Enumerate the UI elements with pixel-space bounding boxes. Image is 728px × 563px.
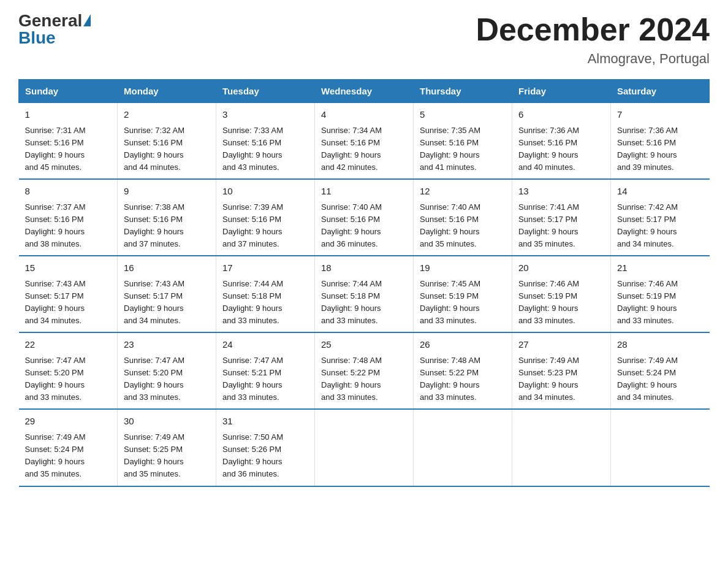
day-info: Sunrise: 7:44 AM Sunset: 5:18 PM Dayligh… [321, 278, 407, 327]
page-header: General Blue December 2024 Almograve, Po… [18, 12, 710, 67]
calendar-cell: 1Sunrise: 7:31 AM Sunset: 5:16 PM Daylig… [19, 103, 118, 180]
calendar-cell: 9Sunrise: 7:38 AM Sunset: 5:16 PM Daylig… [118, 179, 216, 256]
column-header-sunday: Sunday [19, 80, 118, 103]
day-number: 16 [124, 261, 210, 275]
calendar-cell: 28Sunrise: 7:49 AM Sunset: 5:24 PM Dayli… [611, 332, 710, 409]
column-header-tuesday: Tuesday [216, 80, 315, 103]
calendar-cell: 5Sunrise: 7:35 AM Sunset: 5:16 PM Daylig… [414, 103, 512, 180]
calendar-cell: 30Sunrise: 7:49 AM Sunset: 5:25 PM Dayli… [118, 409, 216, 486]
day-info: Sunrise: 7:48 AM Sunset: 5:22 PM Dayligh… [321, 354, 407, 404]
day-info: Sunrise: 7:35 AM Sunset: 5:16 PM Dayligh… [420, 124, 506, 174]
calendar-cell: 4Sunrise: 7:34 AM Sunset: 5:16 PM Daylig… [315, 103, 414, 180]
day-info: Sunrise: 7:36 AM Sunset: 5:16 PM Dayligh… [617, 124, 703, 174]
day-number: 8 [25, 185, 112, 199]
day-info: Sunrise: 7:42 AM Sunset: 5:17 PM Dayligh… [617, 201, 703, 251]
day-info: Sunrise: 7:44 AM Sunset: 5:18 PM Dayligh… [222, 278, 308, 327]
day-number: 17 [222, 261, 308, 275]
day-number: 3 [222, 108, 308, 122]
day-number: 7 [617, 108, 703, 122]
calendar-cell: 24Sunrise: 7:47 AM Sunset: 5:21 PM Dayli… [216, 332, 315, 409]
calendar-cell: 18Sunrise: 7:44 AM Sunset: 5:18 PM Dayli… [315, 256, 414, 332]
calendar-cell: 7Sunrise: 7:36 AM Sunset: 5:16 PM Daylig… [611, 103, 710, 180]
column-header-monday: Monday [118, 80, 216, 103]
calendar-cell [414, 409, 512, 486]
calendar-cell [512, 409, 611, 486]
calendar-cell: 20Sunrise: 7:46 AM Sunset: 5:19 PM Dayli… [512, 256, 611, 332]
calendar-table: SundayMondayTuesdayWednesdayThursdayFrid… [18, 79, 710, 486]
day-number: 29 [25, 415, 112, 429]
day-info: Sunrise: 7:50 AM Sunset: 5:26 PM Dayligh… [222, 431, 308, 481]
logo-general-text: General [18, 12, 82, 29]
day-number: 22 [25, 338, 112, 352]
day-number: 10 [222, 185, 308, 199]
calendar-cell [315, 409, 414, 486]
calendar-cell: 29Sunrise: 7:49 AM Sunset: 5:24 PM Dayli… [19, 409, 118, 486]
day-number: 2 [124, 108, 210, 122]
day-info: Sunrise: 7:48 AM Sunset: 5:22 PM Dayligh… [420, 354, 506, 404]
column-header-wednesday: Wednesday [315, 80, 414, 103]
calendar-cell: 27Sunrise: 7:49 AM Sunset: 5:23 PM Dayli… [512, 332, 611, 409]
calendar-cell: 16Sunrise: 7:43 AM Sunset: 5:17 PM Dayli… [118, 256, 216, 332]
day-info: Sunrise: 7:43 AM Sunset: 5:17 PM Dayligh… [124, 278, 210, 327]
day-info: Sunrise: 7:49 AM Sunset: 5:24 PM Dayligh… [617, 354, 703, 404]
day-info: Sunrise: 7:49 AM Sunset: 5:25 PM Dayligh… [124, 431, 210, 481]
day-info: Sunrise: 7:45 AM Sunset: 5:19 PM Dayligh… [420, 278, 506, 327]
day-info: Sunrise: 7:32 AM Sunset: 5:16 PM Dayligh… [124, 124, 210, 174]
day-info: Sunrise: 7:31 AM Sunset: 5:16 PM Dayligh… [25, 124, 112, 174]
day-info: Sunrise: 7:46 AM Sunset: 5:19 PM Dayligh… [617, 278, 703, 327]
calendar-cell: 12Sunrise: 7:40 AM Sunset: 5:16 PM Dayli… [414, 179, 512, 256]
day-number: 14 [617, 185, 703, 199]
day-info: Sunrise: 7:37 AM Sunset: 5:16 PM Dayligh… [25, 201, 112, 251]
calendar-cell: 26Sunrise: 7:48 AM Sunset: 5:22 PM Dayli… [414, 332, 512, 409]
calendar-cell: 19Sunrise: 7:45 AM Sunset: 5:19 PM Dayli… [414, 256, 512, 332]
logo-blue-text: Blue [18, 29, 91, 47]
day-number: 18 [321, 261, 407, 275]
day-number: 4 [321, 108, 407, 122]
calendar-cell: 22Sunrise: 7:47 AM Sunset: 5:20 PM Dayli… [19, 332, 118, 409]
calendar-cell: 17Sunrise: 7:44 AM Sunset: 5:18 PM Dayli… [216, 256, 315, 332]
day-number: 24 [222, 338, 308, 352]
calendar-cell: 11Sunrise: 7:40 AM Sunset: 5:16 PM Dayli… [315, 179, 414, 256]
calendar-week-row: 15Sunrise: 7:43 AM Sunset: 5:17 PM Dayli… [19, 256, 710, 332]
title-area: December 2024 Almograve, Portugal [476, 12, 710, 67]
calendar-cell: 13Sunrise: 7:41 AM Sunset: 5:17 PM Dayli… [512, 179, 611, 256]
calendar-cell: 8Sunrise: 7:37 AM Sunset: 5:16 PM Daylig… [19, 179, 118, 256]
calendar-cell: 14Sunrise: 7:42 AM Sunset: 5:17 PM Dayli… [611, 179, 710, 256]
day-info: Sunrise: 7:47 AM Sunset: 5:20 PM Dayligh… [124, 354, 210, 404]
calendar-cell [611, 409, 710, 486]
calendar-header-row: SundayMondayTuesdayWednesdayThursdayFrid… [19, 80, 710, 103]
calendar-cell: 3Sunrise: 7:33 AM Sunset: 5:16 PM Daylig… [216, 103, 315, 180]
day-number: 5 [420, 108, 506, 122]
logo: General Blue [18, 12, 91, 47]
day-number: 28 [617, 338, 703, 352]
calendar-week-row: 29Sunrise: 7:49 AM Sunset: 5:24 PM Dayli… [19, 409, 710, 486]
day-info: Sunrise: 7:41 AM Sunset: 5:17 PM Dayligh… [518, 201, 604, 251]
day-number: 26 [420, 338, 506, 352]
calendar-cell: 15Sunrise: 7:43 AM Sunset: 5:17 PM Dayli… [19, 256, 118, 332]
day-info: Sunrise: 7:46 AM Sunset: 5:19 PM Dayligh… [518, 278, 604, 327]
day-info: Sunrise: 7:40 AM Sunset: 5:16 PM Dayligh… [420, 201, 506, 251]
day-info: Sunrise: 7:34 AM Sunset: 5:16 PM Dayligh… [321, 124, 407, 174]
calendar-cell: 2Sunrise: 7:32 AM Sunset: 5:16 PM Daylig… [118, 103, 216, 180]
page-title: December 2024 [476, 12, 710, 47]
day-number: 21 [617, 261, 703, 275]
day-number: 23 [124, 338, 210, 352]
calendar-week-row: 1Sunrise: 7:31 AM Sunset: 5:16 PM Daylig… [19, 103, 710, 180]
day-info: Sunrise: 7:49 AM Sunset: 5:23 PM Dayligh… [518, 354, 604, 404]
day-number: 20 [518, 261, 604, 275]
day-info: Sunrise: 7:39 AM Sunset: 5:16 PM Dayligh… [222, 201, 308, 251]
day-info: Sunrise: 7:47 AM Sunset: 5:20 PM Dayligh… [25, 354, 112, 404]
calendar-cell: 23Sunrise: 7:47 AM Sunset: 5:20 PM Dayli… [118, 332, 216, 409]
day-number: 19 [420, 261, 506, 275]
day-number: 1 [25, 108, 112, 122]
day-info: Sunrise: 7:33 AM Sunset: 5:16 PM Dayligh… [222, 124, 308, 174]
day-number: 6 [518, 108, 604, 122]
day-number: 15 [25, 261, 112, 275]
calendar-cell: 6Sunrise: 7:36 AM Sunset: 5:16 PM Daylig… [512, 103, 611, 180]
calendar-cell: 10Sunrise: 7:39 AM Sunset: 5:16 PM Dayli… [216, 179, 315, 256]
day-number: 9 [124, 185, 210, 199]
calendar-week-row: 22Sunrise: 7:47 AM Sunset: 5:20 PM Dayli… [19, 332, 710, 409]
day-number: 30 [124, 415, 210, 429]
day-info: Sunrise: 7:38 AM Sunset: 5:16 PM Dayligh… [124, 201, 210, 251]
logo-triangle-icon [83, 14, 91, 26]
